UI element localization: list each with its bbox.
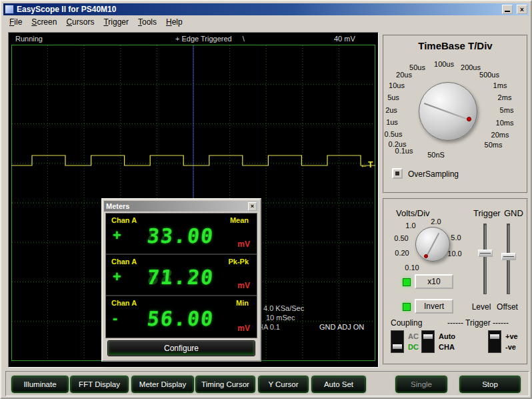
title-bar[interactable]: EasyScope II for PS40M10 × (3, 3, 529, 15)
trigger-mode-toggle-handle[interactable] (423, 334, 433, 339)
timebase-knob[interactable] (419, 82, 477, 141)
close-button[interactable]: × (517, 5, 527, 14)
volts-div-label-2.0: 2.0 (431, 218, 441, 226)
menu-item-cursors[interactable]: Cursors (61, 16, 99, 28)
trigger-slope-toggle-handle[interactable] (490, 334, 499, 339)
timebase-label-20us: 20us (396, 71, 412, 79)
seven-segment-value: 56.00 (127, 307, 234, 330)
seven-segment-value: 71.20 (127, 266, 234, 289)
timebase-label-10ms: 10ms (496, 119, 514, 127)
timebase-label-1us: 1us (386, 118, 398, 126)
meters-dialog-title: Meters (106, 202, 248, 210)
volts-div-label-0.10: 0.10 (405, 264, 419, 272)
time-window-readout: 10 mSec (266, 314, 295, 322)
gnd-title: GND (504, 208, 523, 218)
meter-channel: Chan A (111, 216, 137, 224)
trigger-level-slider-track[interactable] (483, 224, 487, 294)
window-title: EasyScope II for PS40M10 (17, 5, 499, 14)
trigger-marker[interactable]: ←T (360, 160, 373, 169)
oversampling-checkbox[interactable] (392, 168, 403, 179)
volts-div-label-10.0: 10.0 (447, 250, 461, 258)
trigger-section-label: ------ Trigger ------ (447, 318, 509, 328)
timebase-knob-pointer (467, 117, 471, 121)
configure-button[interactable]: Configure (108, 341, 255, 356)
timebase-label-500us: 500us (479, 71, 499, 79)
trigger-mode-auto-label: Auto (439, 332, 455, 340)
menu-item-help[interactable]: Help (161, 16, 187, 28)
toolbar-button-illuminate[interactable]: Illuminate (11, 376, 69, 393)
trigger-slope-positive-label: +ve (505, 332, 518, 340)
timebase-label-0.2us: 0.2us (389, 140, 407, 148)
timebase-label-2ms: 2ms (498, 93, 512, 101)
meter-unit: mV (237, 281, 250, 290)
toolbar-button-y-cursor[interactable]: Y Cursor (258, 376, 309, 393)
gnd-offset-slider-handle[interactable] (501, 253, 516, 260)
minimize-icon (505, 11, 510, 12)
toolbar-button-auto-set[interactable]: Auto Set (311, 376, 366, 393)
meters-dialog-titlebar[interactable]: Meters × (104, 201, 259, 212)
meters-dialog: Meters × Chan AMean+88.8833.00mVChan APk… (101, 198, 261, 362)
meter-channel: Chan A (111, 258, 137, 266)
app-icon (5, 5, 14, 14)
trigger-slope-negative-label: -ve (505, 343, 516, 351)
timebase-label-5us: 5us (387, 93, 399, 101)
timebase-label-2us: 2us (385, 106, 397, 114)
coupling-toggle[interactable] (391, 330, 404, 353)
toolbar-button-stop[interactable]: Stop (459, 376, 521, 393)
meters-body: Chan AMean+88.8833.00mVChan APk-Pk+88.88… (105, 213, 257, 338)
level-label: Level (468, 302, 495, 312)
run-status: Running (15, 35, 43, 43)
trigger-status-text: + Edge Triggered (175, 35, 232, 43)
timebase-label-50ms: 50ms (485, 141, 503, 149)
trigger-level-slider-handle[interactable] (478, 250, 493, 257)
meter-rows: Chan AMean+88.8833.00mVChan APk-Pk+88.88… (106, 214, 257, 338)
timebase-label-0.5us: 0.5us (385, 130, 403, 138)
coupling-ac-label: AC (408, 332, 419, 340)
menu-item-tools[interactable]: Tools (133, 16, 161, 28)
meter-row: Chan APk-Pk+88.8871.20mV (106, 255, 257, 296)
toolbar-button-fft-display[interactable]: FFT Display (70, 376, 129, 393)
timebase-title: TimeBase T/Div (384, 40, 527, 51)
trigger-title: Trigger (473, 208, 501, 218)
volts-div-label-5.0: 5.0 (451, 234, 461, 242)
menu-item-file[interactable]: File (5, 16, 27, 28)
menu-item-trigger[interactable]: Trigger (99, 16, 133, 28)
x10-button[interactable]: x10 (415, 274, 453, 289)
timebase-label-1ms: 1ms (493, 81, 507, 89)
x10-led (403, 278, 411, 286)
bottom-toolbar: IlluminateFFT DisplayMeter DisplayTiming… (5, 371, 529, 396)
offset-label: Offset (492, 302, 523, 312)
trigger-status: + Edge Triggered\ (175, 35, 245, 43)
invert-button[interactable]: Invert (415, 299, 453, 314)
toolbar-button-timing-cursor[interactable]: Timing Cursor (195, 376, 255, 393)
volts-div-label-0.50: 0.50 (394, 234, 408, 242)
trigger-slope-toggle[interactable] (488, 330, 501, 353)
trigger-slope-icon: \ (243, 35, 245, 43)
menu-bar: FileScreenCursorsTriggerToolsHelp (3, 15, 529, 29)
app-window: EasyScope II for PS40M10 × FileScreenCur… (0, 0, 532, 399)
seven-segment-value: 33.00 (127, 224, 234, 248)
volts-div-title: Volts/Div (396, 208, 430, 218)
menu-item-screen[interactable]: Screen (27, 16, 61, 28)
coupling-toggle-handle[interactable] (393, 344, 402, 349)
timebase-label-10us: 10us (389, 81, 405, 89)
volts-div-knob[interactable] (415, 227, 450, 262)
timebase-label-5ms: 5ms (500, 106, 514, 114)
toolbar-button-single[interactable]: Single (395, 376, 447, 393)
toolbar-button-meter-display[interactable]: Meter Display (131, 376, 194, 393)
volts-div-knob-pointer (424, 254, 428, 258)
timebase-panel: TimeBase T/Div 50us100us200us500us1ms2ms… (383, 35, 528, 193)
meters-close-button[interactable]: × (248, 202, 257, 211)
trigger-mode-toggle[interactable] (421, 330, 435, 353)
oversampling-label: OverSampling (408, 169, 459, 179)
meter-row: Chan AMean+88.8833.00mV (106, 214, 257, 255)
meter-sign: - (113, 310, 117, 327)
timebase-label-50nS: 50nS (427, 151, 445, 159)
invert-led (403, 303, 411, 311)
minimize-button[interactable] (502, 5, 513, 14)
timebase-label-200us: 200us (461, 63, 481, 71)
trigger-level-readout: 40 mV (334, 35, 355, 43)
meter-channel: Chan A (111, 299, 137, 307)
meter-unit: mV (237, 240, 250, 249)
volts-div-label-0.20: 0.20 (395, 249, 409, 257)
